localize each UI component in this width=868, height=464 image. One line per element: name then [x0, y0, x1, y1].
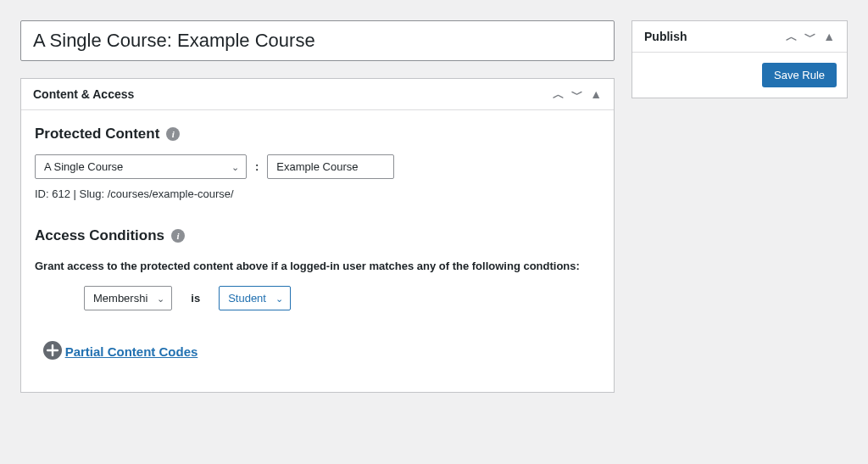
- content-meta-text: ID: 612 | Slug: /courses/example-course/: [35, 187, 234, 200]
- content-item-value: Example Course: [276, 160, 358, 173]
- chevron-up-icon[interactable]: ︿: [553, 88, 565, 100]
- condition-type-select[interactable]: Membershi ⌄: [84, 286, 172, 310]
- content-item-input[interactable]: Example Course: [267, 154, 394, 179]
- info-icon[interactable]: i: [166, 127, 180, 141]
- add-condition-button[interactable]: [43, 341, 62, 360]
- content-panel-title: Content & Access: [33, 87, 134, 101]
- collapse-icon[interactable]: ▲: [590, 88, 602, 100]
- info-icon[interactable]: i: [171, 229, 185, 243]
- protected-content-heading: Protected Content: [35, 126, 159, 143]
- chevron-down-icon: ⌄: [231, 161, 239, 172]
- collapse-icon[interactable]: ▲: [823, 31, 835, 42]
- chevron-down-icon: ⌄: [157, 293, 164, 304]
- chevron-down-icon[interactable]: ﹀: [804, 31, 816, 42]
- content-panel-header: Content & Access ︿ ﹀ ▲: [21, 79, 614, 110]
- save-rule-button[interactable]: Save Rule: [762, 63, 837, 87]
- access-desc: Grant access to the protected content ab…: [35, 260, 600, 272]
- chevron-down-icon[interactable]: ﹀: [571, 88, 583, 100]
- content-type-select[interactable]: A Single Course ⌄: [35, 154, 247, 179]
- publish-panel: Publish ︿ ﹀ ▲ Save Rule: [632, 20, 848, 98]
- separator-colon: :: [255, 160, 259, 173]
- partial-content-codes-link[interactable]: Partial Content Codes: [65, 344, 198, 359]
- publish-panel-header: Publish ︿ ﹀ ▲: [632, 21, 847, 53]
- condition-operator: is: [191, 292, 200, 305]
- chevron-down-icon: ⌄: [275, 293, 283, 304]
- condition-value-select[interactable]: Student ⌄: [219, 286, 291, 310]
- chevron-up-icon[interactable]: ︿: [786, 31, 798, 42]
- content-access-panel: Content & Access ︿ ﹀ ▲ Protected Content…: [20, 78, 615, 393]
- access-conditions-heading: Access Conditions: [35, 227, 164, 244]
- publish-panel-title: Publish: [644, 30, 687, 43]
- condition-value: Student: [228, 292, 266, 305]
- rule-title-input[interactable]: [20, 20, 615, 61]
- condition-type-value: Membershi: [93, 292, 147, 305]
- content-type-select-value: A Single Course: [44, 160, 123, 173]
